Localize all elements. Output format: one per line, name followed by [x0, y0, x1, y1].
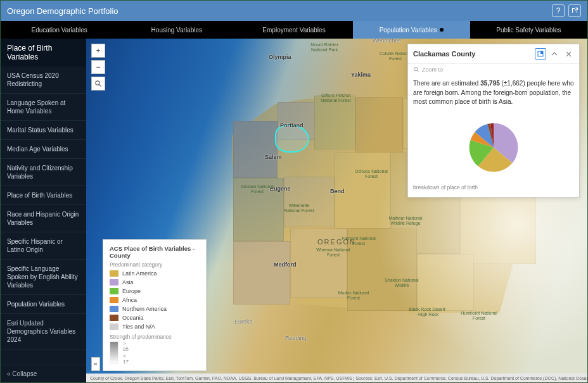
sidebar-title: Place of Birth Variables	[1, 39, 86, 66]
map-search-button[interactable]	[91, 77, 105, 91]
forest-label: Siuslaw National Forest	[238, 184, 276, 194]
legend-subtitle: Predominant category	[110, 261, 200, 268]
tab-label: Population Variables	[380, 27, 437, 34]
city-label: Salem	[265, 154, 282, 160]
popup-header: Clackamas County	[408, 44, 579, 64]
question-icon: ?	[556, 6, 561, 15]
map-attribution: County of Crook, Oregon State Parks, Esr…	[86, 374, 587, 382]
sidebar-item-median-age[interactable]: Median Age Variables	[1, 140, 86, 159]
forest-label: Malheur National Wildlife Refuge	[387, 216, 425, 225]
forest-label: Modoc National Forest	[335, 291, 373, 300]
popup-description: There are an estimated 35,795 (±1,662) p…	[408, 75, 579, 111]
sidebar: Place of Birth Variables USA Census 2020…	[1, 39, 86, 382]
city-label: Portland	[280, 122, 304, 129]
legend-panel: ACS Place of Birth Variables - County Pr…	[103, 239, 207, 371]
sidebar-collapse[interactable]: « Collapse	[1, 365, 86, 382]
legend-swatch	[110, 270, 118, 277]
app-header: Oregon Demographic Portfolio ?	[1, 1, 587, 21]
app-title: Oregon Demographic Portfolio	[7, 6, 118, 16]
legend-row: Asia	[110, 278, 200, 287]
svg-point-4	[414, 68, 418, 71]
popup-chart-caption: breakdown of place of birth	[408, 182, 579, 197]
sidebar-item-race-hispanic[interactable]: Race and Hispanic Origin Variables	[1, 205, 86, 232]
svg-line-5	[417, 70, 419, 72]
legend-label: Northern America	[122, 306, 167, 312]
sidebar-item-place-of-birth[interactable]: Place of Birth Variables	[1, 186, 86, 205]
collapse-label: Collapse	[12, 370, 37, 377]
sidebar-item-nativity[interactable]: Nativity and Citizenship Variables	[1, 159, 86, 186]
legend-strength-hi: > 85	[123, 341, 129, 352]
share-icon	[571, 7, 578, 15]
sidebar-item-specific-hispanic[interactable]: Specific Hispanic or Latino Origin	[1, 232, 86, 260]
sidebar-items: USA Census 2020 Redistricting Language S…	[1, 66, 86, 365]
zoom-in-button[interactable]: +	[91, 44, 105, 58]
sidebar-item-specific-language[interactable]: Specific Language Spoken by English Abil…	[1, 260, 86, 295]
popup-zoom-to[interactable]: Zoom to	[408, 64, 579, 75]
popup-collapse-button[interactable]	[549, 48, 560, 60]
attribution-sources: County of Crook, Oregon State Parks, Esr…	[90, 376, 587, 380]
legend-swatch	[110, 297, 118, 303]
sidebar-item-population[interactable]: Population Variables	[1, 295, 86, 314]
forest-label: Gifford Pinchot National Forest	[317, 93, 355, 103]
map-controls: + −	[91, 44, 105, 91]
map-viewport[interactable]: OREGON OlympiaYakimaKennewickPortlandSal…	[86, 39, 587, 382]
legend-swatch	[110, 315, 118, 321]
tab-bar: Education Variables Housing Variables Em…	[1, 21, 587, 39]
legend-row: Latin America	[110, 269, 200, 278]
legend-row: Northern America	[110, 305, 200, 313]
city-label: Eureka	[234, 318, 253, 325]
legend-swatch	[110, 323, 118, 330]
legend-row: Europe	[110, 287, 200, 296]
county-patch	[233, 241, 290, 305]
city-label: Olympia	[269, 54, 291, 60]
legend-label: Europe	[122, 288, 141, 294]
city-label: Bend	[330, 188, 345, 194]
legend-row: Ties and N/A	[110, 322, 200, 331]
tab-education[interactable]: Education Variables	[1, 21, 118, 39]
legend-toggle[interactable]: «	[91, 357, 100, 371]
popup-dock-button[interactable]	[535, 48, 546, 60]
help-button[interactable]: ?	[552, 4, 565, 17]
legend-strength-lo: < 17	[123, 353, 129, 365]
tab-label: Public Safety Variables	[496, 27, 561, 34]
county-patch	[284, 177, 335, 227]
legend-label: Latin America	[122, 270, 157, 277]
dock-icon	[537, 51, 544, 57]
forest-label: Winema National Forest	[314, 248, 352, 257]
legend-swatch	[110, 279, 118, 286]
popup-zoom-label: Zoom to	[422, 66, 443, 73]
sidebar-item-esri-demographics[interactable]: Esri Updated Demographics Variables 2024	[1, 314, 86, 349]
tab-population[interactable]: Population Variables	[353, 21, 470, 39]
popup-close-button[interactable]	[563, 48, 574, 60]
forest-label: Sheldon National Wildlife	[383, 278, 421, 287]
tab-label: Education Variables	[32, 27, 87, 34]
legend-strength-gradient: > 85 < 17	[110, 341, 118, 364]
tab-housing[interactable]: Housing Variables	[118, 21, 235, 39]
tab-employment[interactable]: Employment Variables	[235, 21, 352, 39]
county-patch	[355, 97, 403, 154]
app-root: Oregon Demographic Portfolio ? Education…	[0, 0, 588, 383]
county-patch	[314, 96, 355, 149]
header-buttons: ?	[552, 4, 581, 17]
forest-label: Willamette National Forest	[280, 203, 318, 213]
active-dot-icon	[440, 28, 444, 32]
county-patch	[417, 254, 474, 311]
app-body: Place of Birth Variables USA Census 2020…	[1, 39, 587, 382]
zoom-out-button[interactable]: −	[91, 60, 105, 74]
forest-label: Fremont National Forest	[340, 236, 378, 246]
tab-label: Employment Variables	[262, 27, 325, 34]
forest-label: Ochoco National Forest	[352, 169, 390, 179]
city-label: Yakima	[351, 72, 371, 78]
legend-title: ACS Place of Birth Variables - County	[110, 245, 200, 259]
selected-county-highlight	[275, 125, 309, 153]
share-button[interactable]	[568, 4, 581, 17]
sidebar-item-census-2020[interactable]: USA Census 2020 Redistricting	[1, 66, 86, 94]
popup-pie-chart	[408, 111, 579, 182]
tab-public-safety[interactable]: Public Safety Variables	[470, 21, 587, 39]
search-icon	[413, 66, 419, 73]
forest-label: Black Rock Desert - High Rock	[408, 307, 446, 317]
sidebar-item-marital[interactable]: Marital Status Variables	[1, 121, 86, 140]
sidebar-item-language[interactable]: Language Spoken at Home Variables	[1, 94, 86, 121]
city-label: Medford	[274, 261, 297, 268]
legend-swatch	[110, 288, 118, 294]
